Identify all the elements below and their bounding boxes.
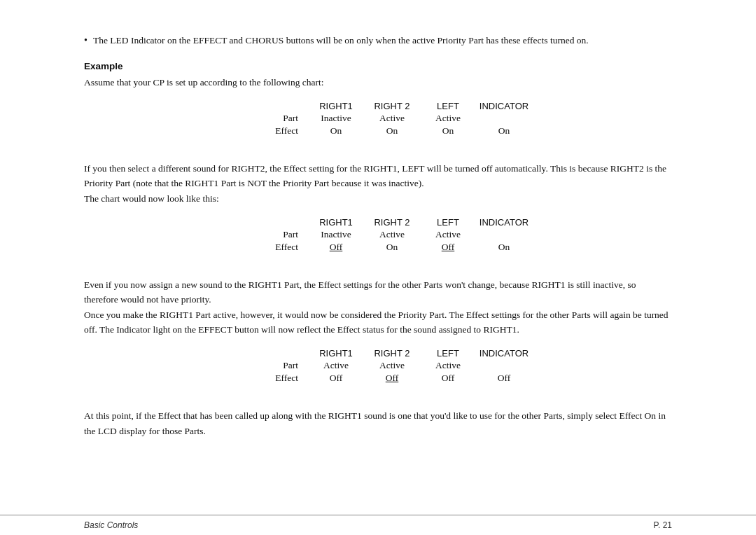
chart2-r2-c3: Off: [420, 241, 476, 253]
chart2-r2-c2: On: [364, 241, 420, 253]
footer-right: P. 21: [654, 520, 672, 530]
chart2-r1-label: Part: [266, 228, 308, 241]
bullet-section: • The LED Indicator on the EFFECT and CH…: [84, 34, 672, 48]
bullet-text: The LED Indicator on the EFFECT and CHOR…: [93, 34, 589, 48]
bullet-item: • The LED Indicator on the EFFECT and CH…: [84, 34, 672, 48]
chart1-r1-label: Part: [266, 112, 308, 125]
chart1-container: RIGHT1 RIGHT 2 LEFT INDICATOR Part Inact…: [84, 100, 672, 150]
chart3-row1: Part Active Active Active: [266, 359, 532, 372]
chart3-header: RIGHT1 RIGHT 2 LEFT INDICATOR: [266, 347, 532, 359]
para2: Even if you now assign a new sound to th…: [84, 277, 672, 338]
chart3-r2-label: Effect: [266, 372, 308, 384]
chart3-r2-c3: Off: [420, 372, 476, 384]
chart2-row1: Part Inactive Active Active: [266, 228, 532, 241]
chart1-r2-c2: On: [364, 125, 420, 137]
chart3-r1-c4: [476, 359, 532, 372]
chart3-r2-c4: Off: [476, 372, 532, 384]
chart1-r1-c2: Active: [364, 112, 420, 125]
chart1-h2: RIGHT 2: [364, 100, 420, 112]
chart2-h1: RIGHT1: [308, 216, 364, 228]
chart1-r2-c3: On: [420, 125, 476, 137]
chart1-h3: LEFT: [420, 100, 476, 112]
chart2-r2-c4: On: [476, 241, 532, 253]
chart2-r1-c4: [476, 228, 532, 241]
chart1-h1: RIGHT1: [308, 100, 364, 112]
chart2-r2-c1: Off: [308, 241, 364, 253]
chart1-r2-c4: On: [476, 125, 532, 137]
chart2-r1-c3: Active: [420, 228, 476, 241]
chart3: RIGHT1 RIGHT 2 LEFT INDICATOR Part Activ…: [266, 347, 532, 384]
assume-text: Assume that your CP is set up according …: [84, 76, 672, 90]
chart3-r1-c1: Active: [308, 359, 364, 372]
chart1-h4: INDICATOR: [476, 100, 532, 112]
chart2: RIGHT1 RIGHT 2 LEFT INDICATOR Part Inact…: [266, 216, 532, 253]
para1: If you then select a different sound for…: [84, 161, 672, 207]
footer-left: Basic Controls: [84, 520, 138, 530]
chart2-h3: LEFT: [420, 216, 476, 228]
chart3-r1-c2: Active: [364, 359, 420, 372]
chart2-h2: RIGHT 2: [364, 216, 420, 228]
chart3-h1: RIGHT1: [308, 347, 364, 359]
para3: At this point, if the Effect that has be…: [84, 408, 672, 438]
chart1: RIGHT1 RIGHT 2 LEFT INDICATOR Part Inact…: [266, 100, 532, 137]
chart3-r1-c3: Active: [420, 359, 476, 372]
chart2-r2-label: Effect: [266, 241, 308, 253]
chart1-r1-c3: Active: [420, 112, 476, 125]
chart2-r1-c2: Active: [364, 228, 420, 241]
chart1-row2: Effect On On On On: [266, 125, 532, 137]
chart3-h4: INDICATOR: [476, 347, 532, 359]
chart1-r1-c4: [476, 112, 532, 125]
chart3-r2-c2: Off: [364, 372, 420, 384]
chart3-r2-c1: Off: [308, 372, 364, 384]
chart1-row1: Part Inactive Active Active: [266, 112, 532, 125]
bullet-dot: •: [84, 35, 88, 46]
example-heading: Example: [84, 61, 672, 71]
chart2-row2: Effect Off On Off On: [266, 241, 532, 253]
page-footer: Basic Controls P. 21: [0, 515, 756, 535]
chart3-r1-label: Part: [266, 359, 308, 372]
chart3-h2: RIGHT 2: [364, 347, 420, 359]
chart1-r2-c1: On: [308, 125, 364, 137]
chart2-h4: INDICATOR: [476, 216, 532, 228]
page-content: • The LED Indicator on the EFFECT and CH…: [0, 0, 756, 515]
chart2-r1-c1: Inactive: [308, 228, 364, 241]
chart3-h3: LEFT: [420, 347, 476, 359]
chart1-header: RIGHT1 RIGHT 2 LEFT INDICATOR: [266, 100, 532, 112]
chart2-container: RIGHT1 RIGHT 2 LEFT INDICATOR Part Inact…: [84, 216, 672, 266]
chart3-container: RIGHT1 RIGHT 2 LEFT INDICATOR Part Activ…: [84, 347, 672, 397]
chart2-header: RIGHT1 RIGHT 2 LEFT INDICATOR: [266, 216, 532, 228]
chart3-row2: Effect Off Off Off Off: [266, 372, 532, 384]
chart1-r1-c1: Inactive: [308, 112, 364, 125]
chart1-r2-label: Effect: [266, 125, 308, 137]
chart1-h0: [266, 100, 308, 112]
